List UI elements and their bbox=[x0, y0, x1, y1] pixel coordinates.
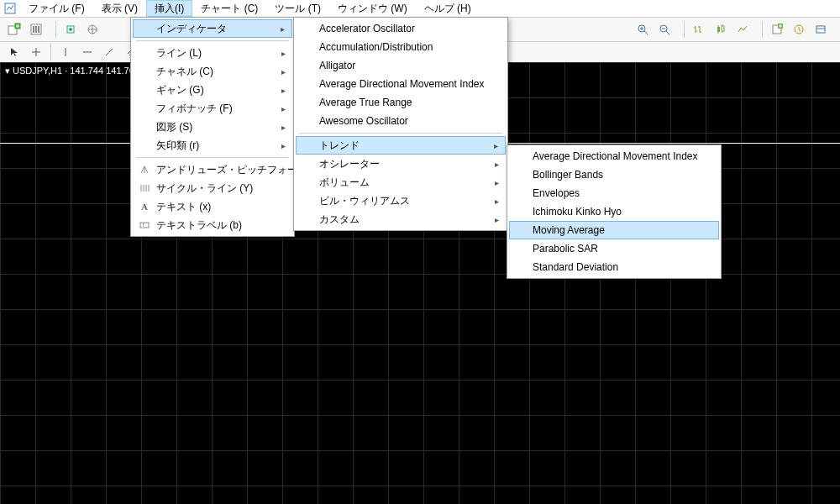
menu-fibo[interactable]: フィボナッチ (F)▸ bbox=[133, 99, 292, 118]
trend-dropdown: Average Directional Movement IndexBollin… bbox=[507, 144, 722, 279]
menu-gann[interactable]: ギャン (G)▸ bbox=[133, 81, 292, 99]
svg-rect-5 bbox=[35, 26, 37, 33]
menu-chart[interactable]: チャート (C) bbox=[192, 0, 266, 17]
menu-text[interactable]: Aテキスト (x) bbox=[133, 197, 292, 216]
menu-channel[interactable]: チャネル (C)▸ bbox=[133, 62, 292, 81]
ind-atr[interactable]: Average True Range bbox=[296, 93, 506, 112]
menu-help[interactable]: ヘルプ (H) bbox=[416, 0, 480, 17]
menu-textlabel[interactable]: Tテキストラベル (b) bbox=[133, 216, 292, 234]
app-root: ファイル (F) 表示 (V) 挿入(I) チャート (C) ツール (T) ウ… bbox=[0, 0, 840, 504]
candle-chart-button[interactable] bbox=[711, 19, 731, 39]
menubar: ファイル (F) 表示 (V) 挿入(I) チャート (C) ツール (T) ウ… bbox=[0, 0, 840, 18]
text-icon: A bbox=[138, 200, 151, 213]
trendline-button[interactable] bbox=[99, 42, 119, 62]
templates-button[interactable] bbox=[811, 19, 831, 39]
svg-rect-17 bbox=[816, 26, 825, 33]
menu-view[interactable]: 表示 (V) bbox=[93, 0, 146, 17]
ind-cat-volume[interactable]: ボリューム▸ bbox=[296, 173, 506, 192]
vertical-line-button[interactable] bbox=[55, 42, 76, 62]
label-icon: T bbox=[138, 218, 151, 232]
menu-shapes[interactable]: 図形 (S)▸ bbox=[133, 118, 292, 136]
ind-cat-bill[interactable]: ビル・ウィリアムス▸ bbox=[296, 192, 506, 210]
crosshair-button[interactable] bbox=[26, 42, 46, 62]
ind-cat-oscillator[interactable]: オシレーター▸ bbox=[296, 155, 506, 173]
ind-adx[interactable]: Average Directional Movement Index bbox=[296, 75, 506, 93]
menu-file[interactable]: ファイル (F) bbox=[20, 0, 93, 17]
insert-dropdown: インディケータ▸ ライン (L)▸ チャネル (C)▸ ギャン (G)▸ フィボ… bbox=[130, 17, 295, 237]
app-icon bbox=[3, 2, 17, 15]
trend-item-parabolic-sar[interactable]: Parabolic SAR bbox=[509, 239, 719, 258]
menu-arrows[interactable]: 矢印類 (r)▸ bbox=[133, 136, 292, 155]
menu-andrews[interactable]: アンドリューズ・ピッチフォーク (A) bbox=[133, 160, 292, 179]
line-chart-button[interactable] bbox=[732, 19, 753, 39]
horizontal-line-button[interactable] bbox=[77, 42, 97, 62]
cycle-icon bbox=[138, 181, 151, 195]
trend-item-bollinger-bands[interactable]: Bollinger Bands bbox=[509, 165, 719, 184]
zoom-out-button[interactable] bbox=[654, 19, 675, 39]
trend-item-ichimoku-kinko-hyo[interactable]: Ichimoku Kinko Hyo bbox=[509, 202, 719, 221]
trend-item-standard-deviation[interactable]: Standard Deviation bbox=[509, 258, 719, 276]
new-chart-button[interactable] bbox=[4, 19, 24, 39]
svg-rect-13 bbox=[722, 26, 724, 31]
menu-window[interactable]: ウィンドウ (W) bbox=[329, 0, 416, 17]
chevron-right-icon: ▸ bbox=[281, 24, 285, 34]
pitchfork-icon bbox=[138, 163, 151, 176]
svg-rect-12 bbox=[717, 27, 720, 32]
ind-alligator[interactable]: Alligator bbox=[296, 56, 506, 75]
trend-item-envelopes[interactable]: Envelopes bbox=[509, 184, 719, 202]
ind-accelerator[interactable]: Accelerator Oscillator bbox=[296, 19, 506, 38]
zoom-in-button[interactable] bbox=[633, 19, 653, 39]
ind-awesome[interactable]: Awesome Oscillator bbox=[296, 112, 506, 130]
ind-cat-custom[interactable]: カスタム▸ bbox=[296, 210, 506, 228]
menu-insert[interactable]: 挿入(I) bbox=[146, 0, 192, 17]
market-watch-button[interactable] bbox=[60, 19, 81, 39]
ind-cat-trend[interactable]: トレンド▸ bbox=[296, 136, 506, 155]
periodicity-button[interactable] bbox=[789, 19, 809, 39]
menu-line[interactable]: ライン (L)▸ bbox=[133, 44, 292, 62]
bar-chart-button[interactable] bbox=[689, 19, 709, 39]
svg-point-8 bbox=[69, 28, 72, 31]
indicators-button[interactable] bbox=[767, 19, 787, 39]
ind-accumulation[interactable]: Accumulation/Distribution bbox=[296, 38, 506, 56]
menu-indicators[interactable]: インディケータ▸ bbox=[133, 19, 292, 38]
trend-item-moving-average[interactable]: Moving Average bbox=[509, 221, 719, 239]
cursor-button[interactable] bbox=[4, 42, 24, 62]
menu-tools[interactable]: ツール (T) bbox=[266, 0, 329, 17]
menu-cycle[interactable]: サイクル・ライン (Y) bbox=[133, 179, 292, 197]
svg-text:T: T bbox=[142, 223, 145, 228]
profiles-button[interactable] bbox=[26, 19, 46, 39]
svg-rect-6 bbox=[38, 26, 39, 33]
indicators-dropdown: Accelerator Oscillator Accumulation/Dist… bbox=[293, 17, 508, 231]
trend-item-average-directional-movement-index[interactable]: Average Directional Movement Index bbox=[509, 147, 719, 165]
navigator-button[interactable] bbox=[82, 19, 102, 39]
svg-rect-4 bbox=[33, 26, 34, 33]
